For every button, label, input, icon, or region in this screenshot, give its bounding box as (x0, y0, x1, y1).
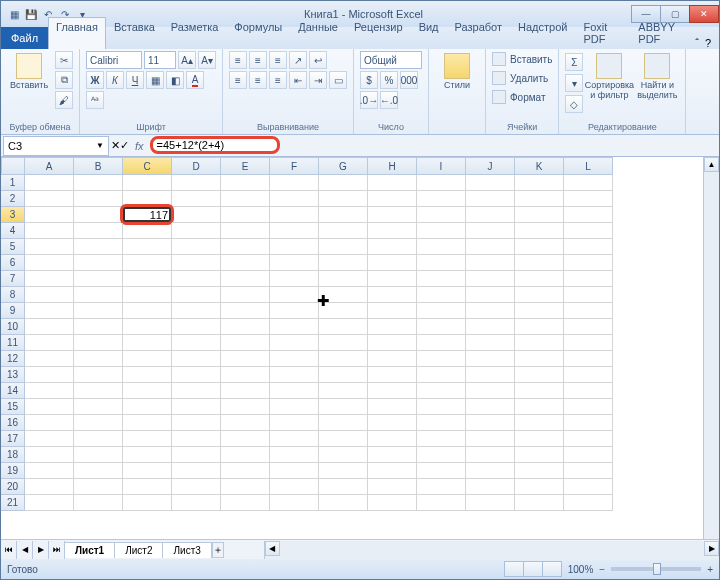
ribbon-tab-данные[interactable]: Данные (290, 17, 346, 49)
cell[interactable] (123, 239, 172, 255)
cell[interactable] (368, 319, 417, 335)
ribbon-tab-разработ[interactable]: Разработ (447, 17, 510, 49)
cell[interactable] (123, 255, 172, 271)
cell[interactable] (564, 319, 613, 335)
cell[interactable] (564, 447, 613, 463)
cell[interactable] (319, 431, 368, 447)
select-all-corner[interactable] (1, 157, 25, 175)
cell[interactable] (270, 175, 319, 191)
cell[interactable] (172, 303, 221, 319)
cell[interactable] (221, 351, 270, 367)
cell[interactable] (172, 287, 221, 303)
orientation-icon[interactable]: ↗ (289, 51, 307, 69)
insert-cells-button[interactable]: Вставить (492, 51, 552, 67)
column-header[interactable]: B (74, 157, 123, 175)
cell[interactable] (172, 431, 221, 447)
cell[interactable] (74, 239, 123, 255)
cell[interactable] (221, 175, 270, 191)
find-select-button[interactable]: Найти и выделить (635, 51, 679, 101)
cell[interactable] (221, 367, 270, 383)
cell[interactable] (466, 335, 515, 351)
column-header[interactable]: F (270, 157, 319, 175)
cell[interactable] (74, 479, 123, 495)
align-right-icon[interactable]: ≡ (269, 71, 287, 89)
cell[interactable] (466, 287, 515, 303)
cell[interactable] (417, 495, 466, 511)
cell[interactable] (270, 367, 319, 383)
sheet-nav-last-icon[interactable]: ⏭ (49, 541, 65, 559)
cell[interactable] (123, 479, 172, 495)
column-header[interactable]: J (466, 157, 515, 175)
cell[interactable] (74, 495, 123, 511)
cell[interactable] (515, 319, 564, 335)
cell[interactable] (417, 399, 466, 415)
cell[interactable] (417, 447, 466, 463)
cell[interactable] (25, 335, 74, 351)
cell[interactable] (270, 383, 319, 399)
cell[interactable] (172, 415, 221, 431)
cell[interactable] (417, 175, 466, 191)
cell[interactable] (270, 431, 319, 447)
underline-icon[interactable]: Ч (126, 71, 144, 89)
column-header[interactable]: A (25, 157, 74, 175)
sheet-tab[interactable]: Лист3 (162, 542, 211, 558)
cell[interactable] (25, 287, 74, 303)
cell[interactable] (515, 175, 564, 191)
cell[interactable] (221, 463, 270, 479)
cell[interactable] (515, 335, 564, 351)
cell[interactable] (74, 255, 123, 271)
cell[interactable] (25, 479, 74, 495)
cell[interactable] (466, 399, 515, 415)
cell[interactable] (466, 495, 515, 511)
cell[interactable] (270, 271, 319, 287)
cell[interactable] (270, 287, 319, 303)
cell[interactable] (319, 463, 368, 479)
cell[interactable] (270, 191, 319, 207)
cell[interactable] (515, 351, 564, 367)
row-header[interactable]: 13 (1, 367, 25, 383)
cell[interactable] (123, 463, 172, 479)
zoom-in-icon[interactable]: + (707, 564, 713, 575)
cell[interactable] (368, 303, 417, 319)
cell[interactable] (466, 447, 515, 463)
sheet-nav-prev-icon[interactable]: ◀ (17, 541, 33, 559)
cell[interactable] (270, 463, 319, 479)
column-header[interactable]: H (368, 157, 417, 175)
cell[interactable] (25, 271, 74, 287)
cell[interactable] (368, 415, 417, 431)
cell[interactable] (25, 303, 74, 319)
fill-color-icon[interactable]: ◧ (166, 71, 184, 89)
autosum-icon[interactable]: Σ (565, 53, 583, 71)
row-header[interactable]: 14 (1, 383, 25, 399)
cell[interactable] (123, 191, 172, 207)
cell[interactable] (270, 399, 319, 415)
cell[interactable] (368, 479, 417, 495)
vertical-scrollbar[interactable]: ▲ (703, 157, 719, 539)
cell[interactable] (564, 223, 613, 239)
save-icon[interactable]: 💾 (24, 7, 38, 21)
cell[interactable] (515, 255, 564, 271)
cell[interactable] (319, 415, 368, 431)
cell[interactable] (515, 367, 564, 383)
cell[interactable] (564, 175, 613, 191)
cell[interactable] (172, 399, 221, 415)
cell[interactable] (172, 383, 221, 399)
row-header[interactable]: 17 (1, 431, 25, 447)
cell[interactable] (123, 303, 172, 319)
cell[interactable] (466, 303, 515, 319)
clear-icon[interactable]: ◇ (565, 95, 583, 113)
increase-font-icon[interactable]: A▴ (178, 51, 196, 69)
cell[interactable] (564, 303, 613, 319)
cancel-formula-icon[interactable]: ✕ (111, 139, 120, 152)
ribbon-tab-формулы[interactable]: Формулы (226, 17, 290, 49)
border-icon[interactable]: ▦ (146, 71, 164, 89)
cell[interactable] (368, 191, 417, 207)
cell[interactable] (319, 287, 368, 303)
cell[interactable] (417, 319, 466, 335)
fill-icon[interactable]: ▾ (565, 74, 583, 92)
cell[interactable] (270, 447, 319, 463)
cell[interactable] (564, 335, 613, 351)
cell[interactable] (25, 367, 74, 383)
column-header[interactable]: G (319, 157, 368, 175)
cell[interactable] (319, 175, 368, 191)
